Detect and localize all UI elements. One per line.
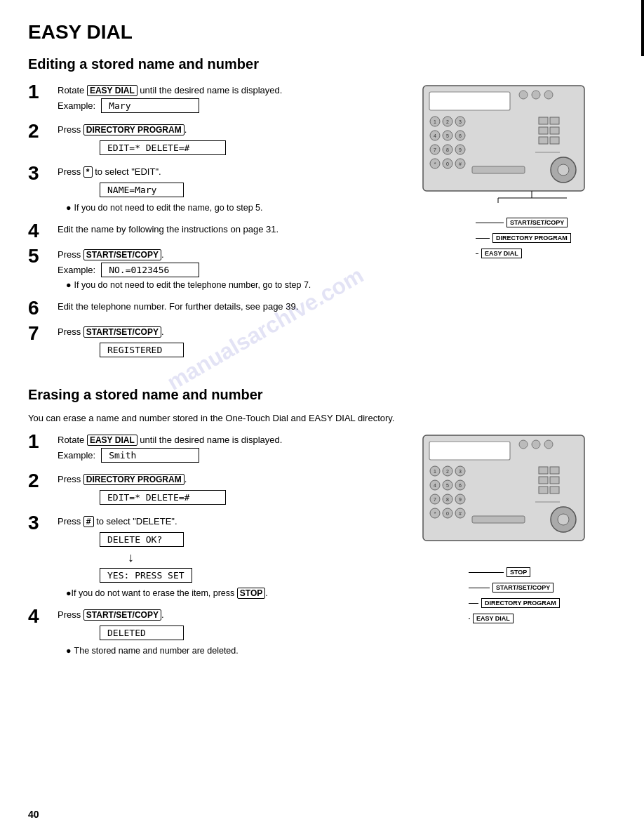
svg-rect-75 [539,486,548,494]
display-s2s4: DELETED [100,626,184,640]
section1-heading: Editing a stored name and number [28,56,616,72]
stop-button-s2s3[interactable]: STOP [237,588,265,599]
svg-text:6: 6 [459,133,462,138]
step1-content: Rotate EASY DIAL until the desired name … [58,82,405,116]
svg-text:2: 2 [446,469,449,474]
arrow-s2s3: ↓ [128,551,405,564]
svg-point-79 [558,514,569,525]
s2-step2-content: Press DIRECTORY PROGRAM. EDIT=* DELETE=# [58,471,405,508]
example-label-s2s1: Example: [58,450,95,461]
svg-point-4 [544,91,553,99]
svg-rect-1 [429,92,510,110]
step1-row: 1 Rotate EASY DIAL until the desired nam… [28,82,405,116]
step4-content: Edit the name by following the instructi… [58,221,405,237]
s2-step3-row: 3 Press # to select "DELETE". DELETE OK?… [28,513,405,601]
svg-text:3: 3 [459,469,462,474]
svg-text:#: # [459,511,462,516]
svg-rect-73 [539,477,548,484]
step4-number: 4 [28,221,53,241]
svg-text:6: 6 [459,483,462,488]
step2-row: 2 Press DIRECTORY PROGRAM. EDIT=* DELETE… [28,121,405,158]
step3-row: 3 Press * to select "EDIT". NAME=Mary If… [28,164,405,216]
s2-step1-row: 1 Rotate EASY DIAL until the desired nam… [28,432,405,465]
easy-dial-button-s1s1[interactable]: EASY DIAL [87,85,137,96]
dir-prog-button-s2s2[interactable]: DIRECTORY PROGRAM [83,474,185,485]
start-set-copy-button-s1s5[interactable]: START/SET/COPY [83,249,161,260]
s2-step1-number: 1 [28,432,53,451]
svg-point-3 [532,91,540,99]
example-value-s1s1: Mary [101,98,199,113]
label-start-set-copy-1: START/SET/COPY [507,218,568,227]
s2-step2-number: 2 [28,471,53,491]
step7-content: Press START/SET/COPY. REGISTERED [58,324,405,360]
step6-row: 6 Edit the telephone number. For further… [28,298,405,318]
dir-prog-button-s1s2[interactable]: DIRECTORY PROGRAM [83,124,185,135]
note-s2s3: ●If you do not want to erase the item, p… [66,588,405,598]
svg-text:1: 1 [434,469,436,474]
svg-point-46 [544,440,553,449]
example-value-s2s1: Smith [101,448,199,463]
s2-step4-content: Press START/SET/COPY. DELETED The stored… [58,607,405,658]
svg-text:5: 5 [446,133,449,138]
svg-rect-76 [550,486,559,494]
note-s2s4: The stored name and number are deleted. [66,646,405,656]
s2-step2-row: 2 Press DIRECTORY PROGRAM. EDIT=* DELETE… [28,471,405,508]
label-directory-program-1: DIRECTORY PROGRAM [492,233,571,243]
step3-number: 3 [28,164,53,183]
svg-point-2 [519,91,528,99]
start-set-copy-button-s2s4[interactable]: START/SET/COPY [83,609,161,621]
step6-content: Edit the telephone number. For further d… [58,298,405,315]
svg-rect-80 [472,516,525,523]
section-erasing: Erasing a stored name and number You can… [28,387,616,664]
example-value-s1s5: NO.=0123456 [101,263,199,277]
svg-rect-30 [550,117,559,124]
label-stop-2: STOP [507,567,530,577]
section2-heading: Erasing a stored name and number [28,387,616,403]
hash-button-s2s3[interactable]: # [83,516,94,527]
svg-rect-72 [550,467,559,474]
note-s1s3: If you do not need to edit the name, go … [66,203,405,213]
step2-content: Press DIRECTORY PROGRAM. EDIT=* DELETE=# [58,121,405,158]
start-set-copy-button-s1s7[interactable]: START/SET/COPY [83,326,161,338]
step4-row: 4 Edit the name by following the instruc… [28,221,405,241]
svg-text:0: 0 [446,161,449,166]
display-s1s7: REGISTERED [100,343,184,357]
s2-step1-content: Rotate EASY DIAL until the desired name … [58,432,405,465]
svg-text:3: 3 [459,119,462,124]
label-easy-dial-2: EASY DIAL [473,614,514,623]
section2-intro: You can erase a name and number stored i… [28,413,616,423]
svg-text:9: 9 [459,147,462,152]
display1-s2s3: DELETE OK? [100,532,184,547]
easy-dial-button-s2s1[interactable]: EASY DIAL [87,435,137,446]
svg-rect-31 [539,127,548,134]
svg-rect-38 [472,166,525,173]
svg-text:1: 1 [434,119,436,124]
svg-text:7: 7 [434,497,436,502]
step1-number: 1 [28,82,53,102]
device-illustration-2: 1 2 3 4 5 6 7 8 9 * 0 [420,432,616,664]
label-easy-dial-1: EASY DIAL [481,249,522,258]
section-editing: Editing a stored name and number 1 Rotat… [28,56,616,366]
star-button-s1s3[interactable]: * [83,166,93,178]
svg-text:4: 4 [434,483,436,488]
step7-number: 7 [28,324,53,343]
device-svg-1: 1 2 3 4 5 6 7 8 9 * 0 [420,82,602,237]
step5-number: 5 [28,246,53,266]
svg-text:8: 8 [446,497,449,502]
section1-steps: 1 Rotate EASY DIAL until the desired nam… [28,82,405,366]
svg-rect-29 [539,117,548,124]
svg-rect-71 [539,467,548,474]
step7-row: 7 Press START/SET/COPY. REGISTERED [28,324,405,360]
svg-rect-33 [539,137,548,144]
svg-text:#: # [459,161,462,166]
svg-rect-43 [429,442,510,460]
s2-step4-number: 4 [28,607,53,626]
svg-point-37 [558,164,569,176]
svg-text:*: * [434,511,436,516]
step6-number: 6 [28,298,53,318]
svg-text:2: 2 [446,119,449,124]
s2-step3-content: Press # to select "DELETE". DELETE OK? ↓… [58,513,405,601]
svg-text:7: 7 [434,147,436,152]
display2-s2s3: YES: PRESS SET [100,568,192,583]
example-label-s1s5: Example: [58,265,95,275]
